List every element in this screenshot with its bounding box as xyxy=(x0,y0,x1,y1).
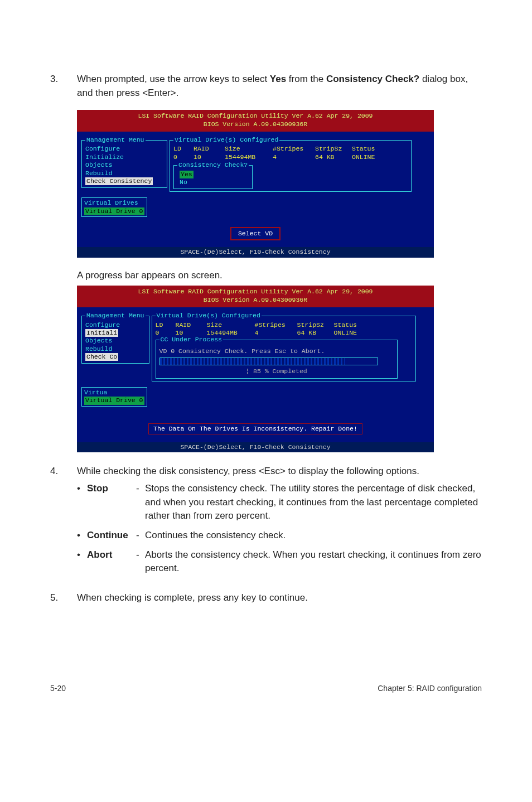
col2-raid: RAID xyxy=(176,321,204,329)
menu2-objects[interactable]: Objects xyxy=(85,337,146,345)
bios-screenshot-2: LSI Software RAID Configuration Utility … xyxy=(77,286,434,452)
virtual-drives-menu-2: Virtua Virtual Drive 0 xyxy=(81,387,147,407)
vd-configured-title: Virtual Drive(s) Configured xyxy=(173,136,279,144)
bios2-header: LSI Software RAID Configuration Utility … xyxy=(77,286,434,307)
virtual-drives-configured-box: Virtual Drive(s) Configured LD RAID Size… xyxy=(170,136,412,192)
progress-message: VD 0 Consistency Check. Press Esc to Abo… xyxy=(159,347,394,355)
select-vd-button[interactable]: Select VD xyxy=(230,227,280,240)
step-3-number: 3. xyxy=(50,73,77,100)
virtual-drive-0-2[interactable]: Virtual Drive 0 xyxy=(84,397,144,404)
cell-raid: 10 xyxy=(194,153,221,161)
col-status: Status xyxy=(352,145,385,153)
repair-done-message: The Data On The Drives Is Inconsistency.… xyxy=(148,423,362,434)
bullet-icon: • xyxy=(77,529,87,543)
menu2-rebuild[interactable]: Rebuild xyxy=(85,345,146,353)
bios1-header-line2: BIOS Version A.09.04300936R xyxy=(77,120,434,128)
col-size: Size xyxy=(225,145,269,153)
management-menu: Management Menu Configure Initialize Obj… xyxy=(81,136,167,188)
step-3: 3. When prompted, use the arrow keys to … xyxy=(50,73,482,100)
menu-check-consistency[interactable]: Check Consistency xyxy=(85,177,163,185)
consistency-check-title: Consistency Check? xyxy=(177,161,249,169)
management-menu-2-title: Management Menu xyxy=(85,312,146,320)
vd-configured-box-2: Virtual Drive(s) Configured LD RAID Size… xyxy=(152,312,416,381)
cell-status: ONLINE xyxy=(352,153,385,161)
menu-initialize[interactable]: Initialize xyxy=(85,153,163,161)
progress-fill xyxy=(160,358,345,365)
menu2-initialize[interactable]: Initiali xyxy=(85,329,146,337)
bullet-icon: • xyxy=(77,482,87,523)
col-raid: RAID xyxy=(194,145,221,153)
management-menu-2: Management Menu Configure Initiali Objec… xyxy=(81,312,149,364)
progress-bar xyxy=(159,357,378,365)
menu2-configure[interactable]: Configure xyxy=(85,321,146,329)
cc-under-process-box: CC Under Process VD 0 Consistency Check.… xyxy=(156,336,398,379)
step3-text-2: from the xyxy=(286,74,326,84)
option-continue-label: Continue xyxy=(87,529,136,543)
step-4: 4. While checking the disk consistency, … xyxy=(50,465,482,581)
bios2-header-line1: LSI Software RAID Configuration Utility … xyxy=(77,288,434,296)
option-abort-label: Abort xyxy=(87,548,136,576)
option-stop-label: Stop xyxy=(87,482,136,523)
option-abort-desc: Aborts the consistency check. When you r… xyxy=(145,548,482,576)
vd2-table-header: LD RAID Size #Stripes StripSz Status xyxy=(156,321,412,329)
bios1-footer: SPACE-(De)Select, F10-Check Consistency xyxy=(77,247,434,257)
col-stripsz: StripSz xyxy=(315,145,349,153)
bios2-header-line2: BIOS Version A.09.04300936R xyxy=(77,296,434,304)
step3-text-1: When prompted, use the arrow keys to sel… xyxy=(77,74,270,84)
progress-caption: A progress bar appears on screen. xyxy=(77,269,482,283)
bios1-header-line1: LSI Software RAID Configuration Utility … xyxy=(77,112,434,120)
option-continue: • Continue - Continues the consistency c… xyxy=(77,529,482,543)
col-ld: LD xyxy=(173,145,190,153)
cell-size: 154494MB xyxy=(225,153,269,161)
option-continue-dash: - xyxy=(136,529,145,543)
col2-size: Size xyxy=(207,321,252,329)
option-continue-desc: Continues the consistency check. xyxy=(145,529,482,543)
step-5: 5. When checking is complete, press any … xyxy=(50,591,482,605)
col2-stripsz: StripSz xyxy=(297,321,331,329)
bullet-icon: • xyxy=(77,548,87,576)
consistency-check-dialog: Consistency Check? Yes No xyxy=(173,161,253,189)
virtual-drives-title-2: Virtua xyxy=(84,389,144,397)
menu-objects[interactable]: Objects xyxy=(85,161,163,169)
vd-table-row-0: 0 10 154494MB 4 64 KB ONLINE xyxy=(173,153,408,161)
step3-cc-word: Consistency Check? xyxy=(326,74,419,84)
vd-table-header: LD RAID Size #Stripes StripSz Status xyxy=(173,145,408,153)
col2-ld: LD xyxy=(156,321,172,329)
vd-configured-title-2: Virtual Drive(s) Configured xyxy=(156,312,262,320)
menu-configure[interactable]: Configure xyxy=(85,145,163,153)
bios-screenshot-1: LSI Software RAID Configuration Utility … xyxy=(77,110,434,258)
option-abort: • Abort - Aborts the consistency check. … xyxy=(77,548,482,576)
step5-text: When checking is complete, press any key… xyxy=(77,591,482,605)
virtual-drives-menu: Virtual Drives Virtual Drive 0 xyxy=(81,197,147,217)
step4-intro: While checking the disk consistency, pre… xyxy=(77,465,482,479)
col-stripes: #Stripes xyxy=(273,145,312,153)
page-number: 5-20 xyxy=(50,683,66,694)
option-stop: • Stop - Stops the consistency check. Th… xyxy=(77,482,482,523)
management-menu-title: Management Menu xyxy=(85,136,146,144)
step-4-number: 4. xyxy=(50,465,77,581)
cc-option-yes[interactable]: Yes xyxy=(177,171,249,178)
menu2-check-consistency[interactable]: Check Co xyxy=(85,353,146,361)
menu-rebuild[interactable]: Rebuild xyxy=(85,170,163,177)
option-abort-dash: - xyxy=(136,548,145,576)
cell-stripes: 4 xyxy=(273,153,312,161)
progress-percent: ¦ 85 % Completed xyxy=(245,368,307,375)
col2-status: Status xyxy=(334,321,367,329)
cell-ld: 0 xyxy=(173,153,190,161)
col2-stripes: #Stripes xyxy=(255,321,294,329)
step3-yes-word: Yes xyxy=(270,74,286,84)
cell-stripsz: 64 KB xyxy=(315,153,349,161)
option-stop-dash: - xyxy=(136,482,145,523)
option-stop-desc: Stops the consistency check. The utility… xyxy=(145,482,482,523)
virtual-drives-title: Virtual Drives xyxy=(84,199,144,207)
cc-under-process-title: CC Under Process xyxy=(159,336,223,344)
bios1-header: LSI Software RAID Configuration Utility … xyxy=(77,110,434,132)
virtual-drive-0[interactable]: Virtual Drive 0 xyxy=(84,207,144,215)
bios2-footer: SPACE-(De)Select, F10-Check Consistency xyxy=(77,442,434,452)
chapter-title: Chapter 5: RAID configuration xyxy=(378,683,482,694)
step-5-number: 5. xyxy=(50,591,77,605)
cc-option-no[interactable]: No xyxy=(177,178,249,186)
